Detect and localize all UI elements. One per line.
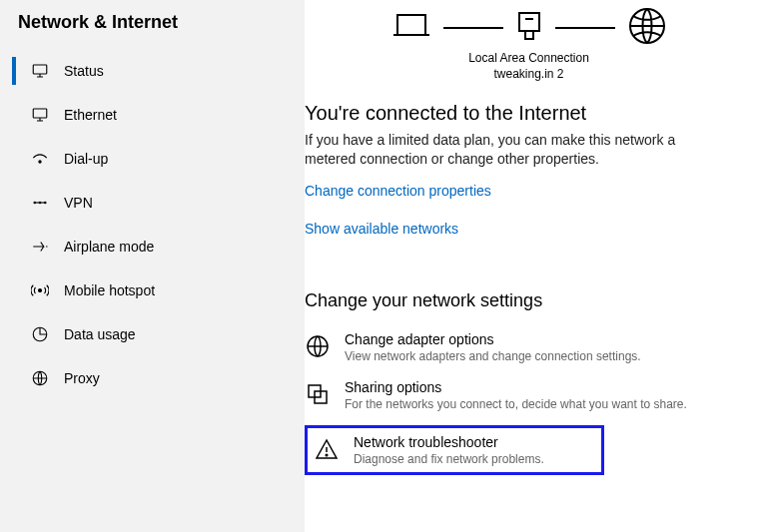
svg-rect-0 [33, 65, 47, 74]
sidebar-item-datausage[interactable]: Data usage [0, 312, 305, 356]
sidebar-item-proxy[interactable]: Proxy [0, 356, 305, 400]
option-change-adapter[interactable]: Change adapter options View network adap… [305, 325, 753, 373]
change-settings-heading: Change your network settings [305, 290, 753, 311]
svg-point-2 [39, 161, 41, 163]
sidebar: Network & Internet Status Ethernet Dial-… [0, 0, 305, 532]
diagram-caption: Local Area Connection tweaking.in 2 [305, 51, 753, 82]
data-usage-icon [30, 324, 50, 344]
svg-point-14 [326, 454, 328, 456]
option-subtitle: View network adapters and change connect… [345, 349, 641, 363]
sidebar-item-dialup[interactable]: Dial-up [0, 137, 305, 181]
active-indicator [12, 57, 16, 85]
hotspot-icon [30, 280, 50, 300]
diagram-line [443, 27, 503, 29]
connected-heading: You're connected to the Internet [305, 102, 753, 125]
pc-icon [391, 9, 431, 46]
airplane-icon [30, 237, 50, 257]
svg-rect-9 [519, 13, 539, 31]
router-icon [515, 9, 543, 46]
option-troubleshooter[interactable]: Network troubleshooter Diagnose and fix … [314, 432, 595, 468]
svg-point-6 [39, 289, 42, 292]
sidebar-item-vpn[interactable]: VPN [0, 181, 305, 225]
sidebar-title: Network & Internet [0, 8, 305, 49]
globe-icon [627, 6, 667, 49]
option-sharing[interactable]: Sharing options For the networks you con… [305, 373, 753, 421]
adapter-icon [305, 333, 331, 359]
sidebar-item-label: Mobile hotspot [64, 282, 155, 298]
sidebar-item-status[interactable]: Status [0, 49, 305, 93]
vpn-icon [30, 193, 50, 213]
sidebar-item-label: Proxy [64, 370, 100, 386]
sidebar-item-airplane[interactable]: Airplane mode [0, 225, 305, 268]
sidebar-item-label: Dial-up [64, 151, 108, 167]
link-show-available-networks[interactable]: Show available networks [305, 221, 458, 237]
ethernet-icon [30, 105, 50, 125]
link-change-connection-properties[interactable]: Change connection properties [305, 183, 491, 199]
connected-body: If you have a limited data plan, you can… [305, 131, 714, 169]
sidebar-item-label: Status [64, 63, 104, 79]
sharing-icon [305, 381, 331, 407]
option-title: Sharing options [345, 379, 687, 395]
main-content: Local Area Connection tweaking.in 2 You'… [305, 0, 763, 532]
diagram-line [555, 27, 615, 29]
option-subtitle: Diagnose and fix network problems. [354, 452, 544, 466]
option-subtitle: For the networks you connect to, decide … [345, 397, 687, 411]
dialup-icon [30, 149, 50, 169]
sidebar-item-label: Airplane mode [64, 239, 154, 255]
sidebar-item-hotspot[interactable]: Mobile hotspot [0, 268, 305, 312]
network-diagram [305, 6, 753, 49]
option-title: Network troubleshooter [354, 434, 544, 450]
svg-rect-1 [33, 109, 47, 118]
warning-icon [314, 436, 340, 462]
sidebar-item-label: VPN [64, 195, 93, 211]
status-icon [30, 61, 50, 81]
sidebar-item-ethernet[interactable]: Ethernet [0, 93, 305, 137]
option-title: Change adapter options [345, 331, 641, 347]
proxy-icon [30, 368, 50, 388]
sidebar-item-label: Data usage [64, 326, 136, 342]
sidebar-item-label: Ethernet [64, 107, 117, 123]
highlight-box: Network troubleshooter Diagnose and fix … [305, 425, 604, 475]
